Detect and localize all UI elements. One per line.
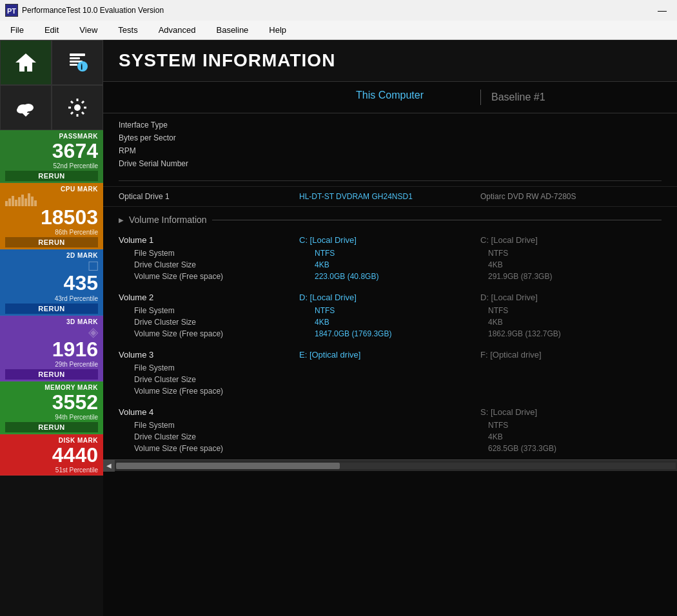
volume-1-fs-right: NTFS: [488, 249, 662, 258]
menu-tests[interactable]: Tests: [108, 23, 148, 37]
content-header: SYSTEM INFORMATION: [103, 40, 677, 82]
interface-type-right: [480, 120, 662, 130]
column-headers: This Computer Baseline #1: [103, 82, 677, 113]
cpu-percentile: 86th Percentile: [5, 229, 98, 236]
interface-type-left: [299, 120, 480, 130]
horizontal-scrollbar[interactable]: ◀: [103, 459, 677, 471]
volume-1-label: Volume 1: [119, 235, 299, 245]
volume-3-fs-left: [315, 363, 488, 372]
volume-2-size-right: 1862.9GB (132.7GB): [488, 329, 662, 338]
cpu-value: 18503: [5, 206, 98, 229]
system-info-section: Interface Type Bytes per Sector RPM Driv…: [103, 113, 677, 175]
passmark-percentile: 52nd Percentile: [5, 162, 98, 169]
volume-4-size-right: 628.5GB (373.3GB): [488, 444, 662, 453]
volume-3-size-row: Volume Size (Free space): [103, 385, 677, 397]
menu-edit[interactable]: Edit: [34, 23, 69, 37]
volume-4-label: Volume 4: [119, 407, 299, 417]
volume-2-size-left: 1847.0GB (1769.3GB): [315, 329, 488, 338]
sidebar-top-icons: i: [0, 40, 103, 130]
volume-3-name-row: Volume 3 E: [Optical drive] F: [Optical …: [103, 347, 677, 362]
this-computer-header: This Computer: [299, 90, 480, 105]
page-title: SYSTEM INFORMATION: [119, 50, 662, 71]
volume-2-drive-right: D: [Local Drive]: [480, 293, 662, 302]
volume-3-fs-right: [488, 363, 662, 372]
2d-rerun-button[interactable]: RERUN: [5, 303, 98, 314]
volume-4-drive-left: [299, 407, 480, 417]
3d-value: 1916: [5, 338, 98, 361]
home-button[interactable]: [0, 40, 52, 85]
scroll-left-icon: ◀: [106, 462, 112, 469]
passmark-rerun-button[interactable]: RERUN: [5, 171, 98, 181]
volume-2-cluster-right: 4KB: [488, 318, 662, 327]
optical-drive-this-computer: HL-DT-ST DVDRAM GH24NSD1: [299, 192, 480, 201]
cpu-mini-chart: [5, 193, 98, 206]
volume-4-fs-row: File System NTFS: [103, 419, 677, 431]
cloud-button[interactable]: [0, 85, 52, 130]
volume-1-drive-right: C: [Local Drive]: [480, 235, 662, 245]
optical-drive-row: Optical Drive 1 HL-DT-ST DVDRAM GH24NSD1…: [103, 186, 677, 207]
volume-3-block: Volume 3 E: [Optical drive] F: [Optical …: [103, 345, 677, 402]
volume-1-size-row: Volume Size (Free space) 223.0GB (40.8GB…: [103, 271, 677, 282]
scroll-left-button[interactable]: ◀: [103, 460, 115, 472]
minimize-button[interactable]: —: [652, 5, 672, 15]
bytes-per-sector-label: Bytes per Sector: [119, 133, 299, 142]
optical-drive-baseline: Optiarc DVD RW AD-7280S: [480, 192, 662, 201]
2d-label: 2D MARK: [5, 252, 98, 259]
volume-section-header: Volume Information: [103, 209, 677, 230]
svg-rect-6: [70, 64, 77, 66]
svg-text:i: i: [81, 63, 83, 72]
cpu-rerun-button[interactable]: RERUN: [5, 237, 98, 247]
scroll-track[interactable]: [116, 463, 676, 469]
volume-1-drive-left: C: [Local Drive]: [299, 235, 480, 245]
rpm-label: RPM: [119, 146, 299, 155]
memory-rerun-button[interactable]: RERUN: [5, 422, 98, 432]
info-button[interactable]: i: [52, 40, 103, 85]
volume-2-size-label: Volume Size (Free space): [134, 329, 315, 338]
2d-panel[interactable]: 2D MARK □ 435 43rd Percentile RERUN: [0, 249, 103, 315]
3d-rerun-button[interactable]: RERUN: [5, 369, 98, 380]
svg-line-20: [82, 112, 84, 114]
memory-panel[interactable]: MEMORY MARK 3552 94th Percentile RERUN: [0, 381, 103, 434]
volume-3-label: Volume 3: [119, 350, 299, 360]
app-title: PerformanceTest 10.0 Evaluation Version: [22, 6, 652, 15]
passmark-panel[interactable]: PASSMARK 3674 52nd Percentile RERUN: [0, 130, 103, 183]
settings-button[interactable]: [52, 85, 103, 130]
menu-help[interactable]: Help: [259, 23, 297, 37]
titlebar: PT PerformanceTest 10.0 Evaluation Versi…: [0, 0, 677, 21]
volume-2-fs-row: File System NTFS NTFS: [103, 305, 677, 316]
volume-3-drive-left: E: [Optical drive]: [299, 350, 480, 360]
3d-panel[interactable]: 3D MARK ◈ 1916 29th Percentile RERUN: [0, 316, 103, 381]
menu-advanced[interactable]: Advanced: [148, 23, 206, 37]
drive-serial-label: Drive Serial Number: [119, 159, 299, 168]
main-layout: i: [0, 40, 677, 616]
volume-1-fs-left: NTFS: [315, 249, 488, 258]
menu-baseline[interactable]: Baseline: [206, 23, 259, 37]
svg-rect-3: [70, 53, 85, 56]
3d-percentile: 29th Percentile: [5, 361, 98, 368]
svg-marker-13: [22, 113, 30, 117]
volume-3-fs-label: File System: [134, 363, 315, 372]
menubar: File Edit View Tests Advanced Baseline H…: [0, 21, 677, 40]
volume-3-drive-right: F: [Optical drive]: [480, 350, 662, 360]
3d-label: 3D MARK: [5, 318, 98, 325]
baseline-header: Baseline #1: [491, 91, 545, 103]
volume-2-fs-right: NTFS: [488, 306, 662, 315]
volume-4-fs-label: File System: [134, 421, 315, 430]
svg-line-22: [71, 112, 73, 114]
volume-1-size-right: 291.9GB (87.3GB): [488, 272, 662, 281]
volume-section-label: Volume Information: [129, 215, 207, 225]
section-divider-1: [119, 180, 662, 181]
menu-file[interactable]: File: [0, 23, 34, 37]
volume-3-fs-row: File System: [103, 362, 677, 374]
menu-view[interactable]: View: [69, 23, 108, 37]
volume-4-cluster-row: Drive Cluster Size 4KB: [103, 431, 677, 443]
volume-2-cluster-row: Drive Cluster Size 4KB 4KB: [103, 316, 677, 328]
scroll-thumb[interactable]: [116, 463, 340, 469]
cpu-label: CPU MARK: [5, 186, 98, 193]
volume-1-cluster-label: Drive Cluster Size: [134, 260, 315, 269]
volume-4-size-row: Volume Size (Free space) 628.5GB (373.3G…: [103, 443, 677, 454]
volume-1-cluster-right: 4KB: [488, 260, 662, 269]
cpu-panel[interactable]: CPU MARK 18503 86th Percentile RERUN: [0, 183, 103, 249]
interface-type-row: Interface Type: [119, 119, 662, 131]
disk-panel[interactable]: DISK MARK 4440 51st Percentile: [0, 434, 103, 476]
